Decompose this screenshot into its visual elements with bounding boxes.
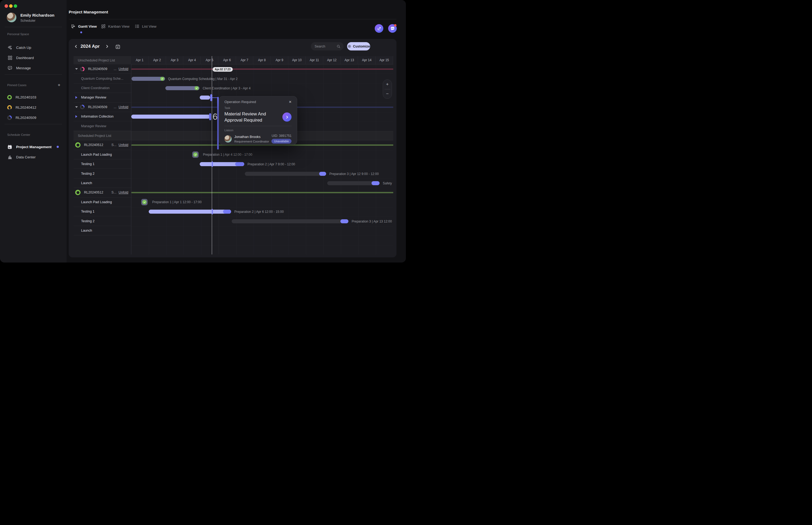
sidebar-item-message[interactable]: Message — [4, 64, 62, 72]
go-to-task-button[interactable] — [282, 112, 291, 122]
bar-quantum-computing[interactable] — [132, 77, 165, 81]
sidebar-item-data-center[interactable]: Data Center — [4, 153, 62, 161]
close-icon[interactable]: × — [289, 100, 291, 104]
progress-ring-icon — [75, 142, 80, 148]
add-pinned-case-button[interactable]: + — [58, 84, 60, 87]
date-cell: Apr 5 — [201, 56, 218, 64]
bar-testing-1[interactable] — [200, 162, 244, 166]
progress-ring-icon — [7, 105, 12, 110]
task-row[interactable]: Testing 1 — [74, 207, 131, 216]
notification-dot — [394, 24, 396, 27]
bar-label: Preparation 1 | Apr 4 12:00 - 17:00 — [203, 153, 252, 156]
task-label: Launch — [81, 229, 92, 232]
collapse-caret-icon[interactable] — [75, 68, 78, 70]
unfold-link[interactable]: Unfold — [119, 143, 128, 147]
date-cell: Apr 6 — [218, 56, 236, 64]
unfold-link[interactable]: Unfold — [119, 67, 128, 71]
task-row[interactable]: Client Coordination — [74, 84, 131, 93]
status-truncated[interactable]: S... — [111, 191, 117, 194]
divider — [224, 126, 291, 126]
gear-icon — [347, 44, 351, 48]
expand-caret-icon[interactable] — [75, 96, 77, 99]
bar-information-collection[interactable] — [131, 115, 210, 119]
project-row-rl20240509-blue[interactable]: RL20240509 ... Unfold — [74, 103, 131, 112]
tab-kanban-view[interactable]: Kanban View — [101, 24, 130, 29]
task-row[interactable]: Launch Pad Loading — [74, 197, 131, 207]
tab-label: Kanban View — [108, 25, 130, 28]
more-menu[interactable]: ... — [114, 67, 116, 71]
unfold-link[interactable]: Unfold — [119, 105, 128, 109]
date-cell: Apr 13 — [341, 56, 358, 64]
sidebar-item-case-rl20240509[interactable]: RL20240509 — [4, 113, 62, 122]
tab-label: Gantt View — [78, 25, 97, 28]
close-window-button[interactable] — [4, 4, 8, 8]
task-row[interactable]: Testing 1 — [74, 160, 131, 169]
sidebar-item-case-rl20240103[interactable]: RL20240103 — [4, 93, 62, 102]
task-row[interactable]: Manager Review — [74, 121, 131, 131]
next-month-button[interactable] — [105, 45, 109, 48]
page-title: Project Management — [69, 10, 108, 14]
task-row[interactable]: Manager Review — [74, 93, 131, 102]
milestone-check-chip[interactable] — [192, 151, 199, 158]
date-cell: Apr 15 — [376, 56, 393, 64]
bar-label: Preparation 3 | Apr 13 12:00 — [352, 220, 392, 223]
bar-launch[interactable] — [327, 181, 379, 185]
more-menu[interactable]: ... — [114, 105, 116, 109]
project-row-rl20240512-1[interactable]: RL20240512 S... Unfold — [74, 140, 131, 150]
progress-ring-icon — [75, 190, 80, 195]
project-row-rl20240509-pink[interactable]: RL20240509 ... Unfold — [74, 64, 131, 74]
bar-testing-2[interactable] — [245, 172, 326, 176]
task-row[interactable]: Launch Pad Loading — [74, 150, 131, 160]
task-row[interactable]: Launch — [74, 226, 131, 235]
bar-manager-review[interactable] — [200, 95, 210, 100]
collapse-caret-icon[interactable] — [75, 106, 78, 108]
task-row[interactable]: Launch — [74, 179, 131, 188]
minimize-window-button[interactable] — [9, 4, 13, 8]
previous-month-button[interactable] — [74, 45, 78, 48]
sidebar-item-dashboard[interactable]: Dashboard — [4, 54, 62, 62]
expand-caret-icon[interactable] — [75, 115, 77, 118]
task-label: Testing 2 — [81, 172, 94, 176]
calendar-icon — [7, 145, 12, 150]
user-avatar[interactable] — [7, 13, 16, 22]
bar-client-coordination[interactable] — [165, 86, 199, 90]
task-row[interactable]: Quantum Computing Sche... — [74, 74, 131, 83]
project-id: RL20240512 — [84, 143, 103, 147]
bar-end-handle[interactable] — [209, 113, 211, 120]
section-label-personal-space: Personal Space — [7, 32, 29, 36]
active-tab-indicator — [80, 31, 82, 33]
date-cell: Apr 1 — [131, 56, 148, 64]
tab-label: List View — [142, 25, 156, 28]
task-label: Launch Pad Loading — [81, 153, 112, 156]
status-truncated[interactable]: S... — [111, 143, 117, 147]
bar-testing-1-b[interactable] — [149, 210, 231, 214]
operation-required-popup: Operation Required × Task Material Revie… — [219, 96, 297, 145]
task-label: Client Coordination — [81, 86, 109, 90]
zoom-window-button[interactable] — [14, 4, 17, 8]
date-cell: Apr 10 — [288, 56, 306, 64]
task-row[interactable]: Testing 2 — [74, 169, 131, 178]
gantt-view-icon — [71, 24, 76, 29]
chat-icon — [7, 65, 12, 71]
unfold-link[interactable]: Unfold — [119, 191, 128, 194]
sidebar-item-case-rl20240412[interactable]: RL20240412 — [4, 103, 62, 112]
calendar-picker-button[interactable] — [115, 44, 121, 49]
task-label: Launch — [81, 181, 92, 185]
tab-gantt-view[interactable]: Gantt View — [71, 24, 97, 29]
bar-label: Preparation 2 | Apr 7 9:00 - 12:00 — [247, 162, 295, 166]
customize-button[interactable]: Customize — [347, 42, 370, 50]
sidebar-item-project-management[interactable]: Project Management — [4, 142, 62, 151]
share-button[interactable] — [375, 24, 383, 33]
task-row[interactable]: Testing 2 — [74, 216, 131, 226]
zoom-in-button[interactable]: + — [383, 80, 392, 89]
milestone-check-chip[interactable] — [141, 199, 148, 205]
overdue-count: 6 — [213, 112, 217, 122]
sidebar-item-catch-up[interactable]: Catch Up — [4, 43, 62, 52]
search-input[interactable] — [314, 44, 335, 49]
task-row[interactable]: Information Collection — [74, 112, 131, 121]
tab-list-view[interactable]: List View — [135, 24, 156, 29]
assistant-button[interactable] — [388, 24, 397, 33]
bar-testing-2-b[interactable] — [232, 219, 348, 223]
zoom-out-button[interactable]: − — [383, 89, 392, 99]
project-row-rl20240512-2[interactable]: RL20240512 S... Unfold — [74, 188, 131, 197]
